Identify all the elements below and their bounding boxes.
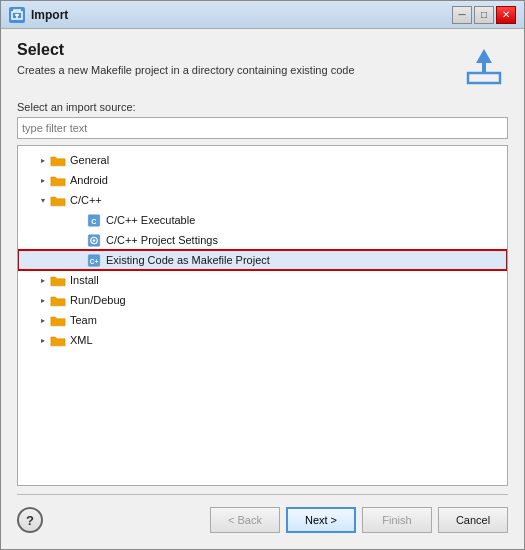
filter-label: Select an import source:: [17, 101, 508, 113]
page-title: Select: [17, 41, 460, 59]
finish-button[interactable]: Finish: [362, 507, 432, 533]
svg-text:C+: C+: [90, 257, 99, 264]
file-cpp-exec-icon: C: [86, 214, 102, 227]
folder-general-icon: [50, 154, 66, 167]
maximize-button[interactable]: □: [474, 6, 494, 24]
tree-item-cpp[interactable]: C/C++: [18, 190, 507, 210]
tree-item-team[interactable]: Team: [18, 310, 507, 330]
divider: [17, 494, 508, 495]
team-label: Team: [70, 314, 97, 326]
minimize-button[interactable]: ─: [452, 6, 472, 24]
expand-xml-icon: [36, 333, 50, 347]
tree-item-cpp-exec[interactable]: C C/C++ Executable: [18, 210, 507, 230]
window-controls: ─ □ ✕: [452, 6, 516, 24]
import-dialog: Import ─ □ ✕ Select Creates a new Makefi…: [0, 0, 525, 550]
bottom-area: ? < Back Next > Finish Cancel: [17, 486, 508, 537]
install-label: Install: [70, 274, 99, 286]
import-tree: General Android C/C++: [17, 145, 508, 486]
folder-rundebug-icon: [50, 294, 66, 307]
expand-install-icon: [36, 273, 50, 287]
back-button[interactable]: < Back: [210, 507, 280, 533]
dialog-content: Select Creates a new Makefile project in…: [1, 29, 524, 549]
svg-text:C: C: [91, 216, 97, 225]
cpp-proj-label: C/C++ Project Settings: [106, 234, 218, 246]
cancel-button[interactable]: Cancel: [438, 507, 508, 533]
expand-cpp-icon: [36, 193, 50, 207]
cpp-exec-label: C/C++ Executable: [106, 214, 195, 226]
tree-item-xml[interactable]: XML: [18, 330, 507, 350]
tree-item-general[interactable]: General: [18, 150, 507, 170]
expand-team-icon: [36, 313, 50, 327]
nav-buttons: < Back Next > Finish Cancel: [210, 507, 508, 533]
xml-label: XML: [70, 334, 93, 346]
tree-item-rundebug[interactable]: Run/Debug: [18, 290, 507, 310]
header-section: Select Creates a new Makefile project in…: [17, 41, 508, 89]
svg-rect-3: [468, 73, 500, 83]
rundebug-label: Run/Debug: [70, 294, 126, 306]
expand-general-icon: [36, 153, 50, 167]
cpp-label: C/C++: [70, 194, 102, 206]
tree-item-cpp-proj[interactable]: C/C++ Project Settings: [18, 230, 507, 250]
android-label: Android: [70, 174, 108, 186]
next-button[interactable]: Next >: [286, 507, 356, 533]
header-text: Select Creates a new Makefile project in…: [17, 41, 460, 78]
svg-point-9: [93, 239, 95, 241]
tree-item-install[interactable]: Install: [18, 270, 507, 290]
page-description: Creates a new Makefile project in a dire…: [17, 63, 460, 78]
folder-install-icon: [50, 274, 66, 287]
import-icon: [460, 41, 508, 89]
expand-rundebug-icon: [36, 293, 50, 307]
file-cpp-proj-icon: [86, 234, 102, 247]
folder-cpp-icon: [50, 194, 66, 207]
close-button[interactable]: ✕: [496, 6, 516, 24]
folder-team-icon: [50, 314, 66, 327]
title-bar: Import ─ □ ✕: [1, 1, 524, 29]
folder-xml-icon: [50, 334, 66, 347]
tree-item-cpp-makefile[interactable]: C+ Existing Code as Makefile Project: [18, 250, 507, 270]
file-makefile-icon: C+: [86, 254, 102, 267]
title-bar-text: Import: [31, 8, 452, 22]
cpp-makefile-label: Existing Code as Makefile Project: [106, 254, 270, 266]
app-icon: [9, 7, 25, 23]
help-button[interactable]: ?: [17, 507, 43, 533]
button-row: ? < Back Next > Finish Cancel: [17, 503, 508, 537]
expand-android-icon: [36, 173, 50, 187]
svg-marker-4: [476, 49, 492, 73]
tree-item-android[interactable]: Android: [18, 170, 507, 190]
folder-android-icon: [50, 174, 66, 187]
general-label: General: [70, 154, 109, 166]
filter-input[interactable]: [17, 117, 508, 139]
